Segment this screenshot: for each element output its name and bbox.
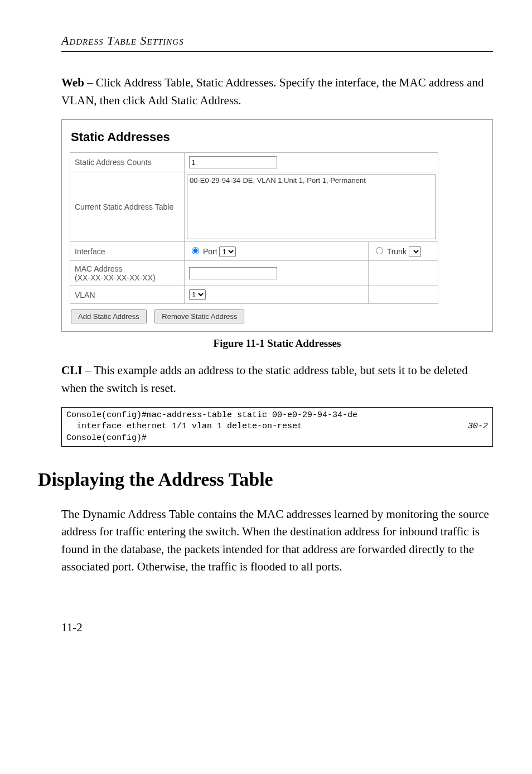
heading-displaying: Displaying the Address Table xyxy=(38,469,493,490)
body-paragraph: The Dynamic Address Table contains the M… xyxy=(61,506,493,576)
web-paragraph: Web – Click Address Table, Static Addres… xyxy=(61,74,493,109)
port-select[interactable]: 1 xyxy=(219,246,236,257)
code-line-1: Console(config)#mac-address-table static… xyxy=(66,410,357,420)
mac-label: MAC Address xyxy=(75,264,123,273)
current-table-listbox[interactable]: 00-E0-29-94-34-DE, VLAN 1,Unit 1, Port 1… xyxy=(187,175,436,239)
mac-hint: (XX-XX-XX-XX-XX-XX) xyxy=(75,273,156,282)
add-static-button[interactable]: Add Static Address xyxy=(71,309,147,323)
code-line-3: Console(config)# xyxy=(66,433,147,443)
header-rule xyxy=(61,51,493,52)
trunk-radio-label[interactable]: Trunk xyxy=(373,247,409,256)
web-label: Web xyxy=(61,76,84,89)
vlan-select[interactable]: 1 xyxy=(189,289,206,300)
trunk-radio[interactable] xyxy=(376,247,383,254)
figure-caption: Figure 11-1 Static Addresses xyxy=(61,337,493,350)
port-label-text: Port xyxy=(203,247,217,256)
cli-label: CLI xyxy=(61,364,82,377)
panel-title: Static Addresses xyxy=(71,130,486,144)
interface-label: Interface xyxy=(70,242,185,261)
code-line-2: interface ethernet 1/1 vlan 1 delete-on-… xyxy=(66,422,302,431)
code-ref: 30-2 xyxy=(468,421,488,432)
trunk-label-text: Trunk xyxy=(387,247,407,256)
cli-text: – This example adds an address to the st… xyxy=(61,364,468,395)
remove-static-button[interactable]: Remove Static Address xyxy=(154,309,244,323)
vlan-label: VLAN xyxy=(70,286,185,304)
mac-label-cell: MAC Address (XX-XX-XX-XX-XX-XX) xyxy=(70,261,185,286)
static-addresses-panel: Static Addresses Static Address Counts C… xyxy=(61,119,493,332)
section-header: Address Table Settings xyxy=(61,33,493,48)
static-count-field xyxy=(189,156,277,168)
port-radio[interactable] xyxy=(192,247,199,254)
static-count-label: Static Address Counts xyxy=(70,153,185,172)
web-text: – Click Address Table, Static Addresses.… xyxy=(61,76,484,107)
page-number: 11-2 xyxy=(61,621,493,635)
mac-field[interactable] xyxy=(189,267,277,279)
code-block: Console(config)#mac-address-table static… xyxy=(61,407,493,447)
port-radio-label[interactable]: Port xyxy=(189,247,219,256)
cli-paragraph: CLI – This example adds an address to th… xyxy=(61,362,493,397)
trunk-select[interactable] xyxy=(409,246,421,257)
current-table-label: Current Static Address Table xyxy=(70,172,185,242)
